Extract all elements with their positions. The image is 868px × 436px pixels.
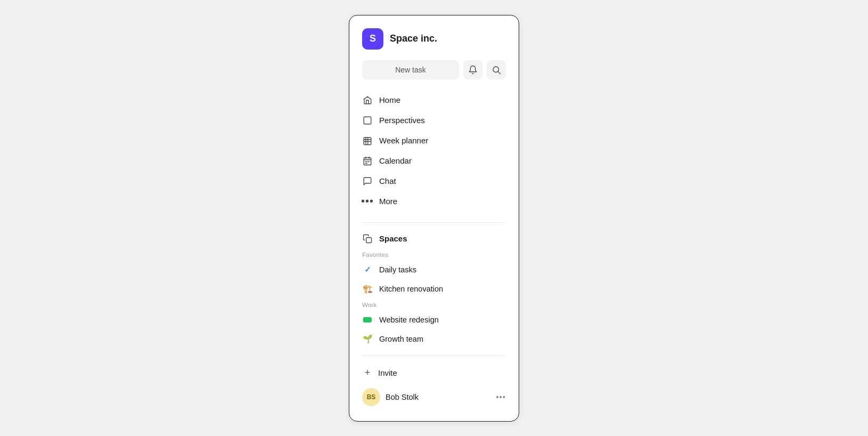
search-button[interactable] (487, 60, 506, 79)
home-icon (362, 95, 373, 106)
nav-section: Home Perspectives Week planner Calendar (349, 90, 519, 220)
sidebar-item-week-planner-label: Week planner (379, 136, 428, 145)
avatar: BS (362, 388, 380, 406)
invite-label: Invite (378, 368, 397, 377)
sidebar-item-chat[interactable]: Chat (356, 171, 512, 191)
user-more-button[interactable]: ••• (496, 392, 506, 401)
footer: + Invite BS Bob Stolk ••• (349, 358, 519, 413)
spaces-section: Spaces Favorites ✓ Daily tasks 🏗️ Kitche… (349, 225, 519, 353)
sidebar-item-perspectives[interactable]: Perspectives (356, 110, 512, 131)
more-icon: ••• (362, 196, 373, 207)
svg-rect-2 (364, 117, 371, 124)
work-group-label: Work (356, 298, 512, 310)
space-daily-tasks-label: Daily tasks (379, 265, 416, 274)
sidebar-item-more-label: More (379, 197, 397, 206)
app-logo: S (362, 28, 383, 50)
app-header: S Space inc. (349, 28, 519, 60)
sidebar-item-calendar-label: Calendar (379, 156, 412, 165)
spaces-title: Spaces (379, 234, 407, 243)
space-item-website-redesign[interactable]: Website redesign (356, 310, 512, 329)
bell-icon (468, 65, 478, 75)
sidebar-item-calendar[interactable]: Calendar (356, 151, 512, 171)
space-website-redesign-label: Website redesign (379, 316, 439, 324)
chat-icon (362, 176, 373, 187)
calendar-icon (362, 156, 373, 166)
spaces-header: Spaces (356, 231, 512, 248)
notifications-button[interactable] (463, 60, 482, 79)
new-task-button[interactable]: New task (362, 60, 459, 79)
space-item-daily-tasks[interactable]: ✓ Daily tasks (356, 260, 512, 279)
growth-team-icon: 🌱 (362, 334, 373, 344)
favorites-group-label: Favorites (356, 248, 512, 260)
space-item-growth-team[interactable]: 🌱 Growth team (356, 329, 512, 349)
user-row: BS Bob Stolk ••• (362, 384, 506, 408)
kitchen-renovation-icon: 🏗️ (362, 284, 373, 294)
svg-line-1 (498, 71, 500, 74)
space-growth-team-label: Growth team (379, 335, 423, 343)
perspectives-icon (362, 115, 373, 126)
sidebar-item-chat-label: Chat (379, 176, 396, 185)
spaces-icon (362, 233, 373, 244)
svg-rect-15 (366, 237, 372, 243)
invite-plus-icon: + (362, 367, 373, 378)
svg-rect-8 (364, 158, 371, 165)
sidebar-item-home-label: Home (379, 95, 400, 104)
invite-row[interactable]: + Invite (362, 362, 506, 384)
sidebar-item-more[interactable]: ••• More (356, 191, 512, 212)
search-icon (492, 65, 501, 75)
user-name: Bob Stolk (386, 393, 490, 401)
sidebar-panel: S Space inc. New task Home (349, 15, 519, 422)
week-planner-icon (362, 135, 373, 146)
toolbar: New task (349, 60, 519, 90)
sidebar-item-home[interactable]: Home (356, 90, 512, 110)
sidebar-item-week-planner[interactable]: Week planner (356, 131, 512, 151)
svg-rect-3 (364, 138, 371, 145)
footer-divider (362, 355, 506, 356)
space-item-kitchen-renovation[interactable]: 🏗️ Kitchen renovation (356, 279, 512, 298)
sidebar-item-perspectives-label: Perspectives (379, 116, 425, 125)
space-kitchen-renovation-label: Kitchen renovation (379, 285, 443, 293)
website-redesign-icon (362, 314, 373, 325)
daily-tasks-check-icon: ✓ (362, 264, 373, 275)
nav-divider (362, 222, 506, 223)
app-name: Space inc. (390, 33, 437, 44)
